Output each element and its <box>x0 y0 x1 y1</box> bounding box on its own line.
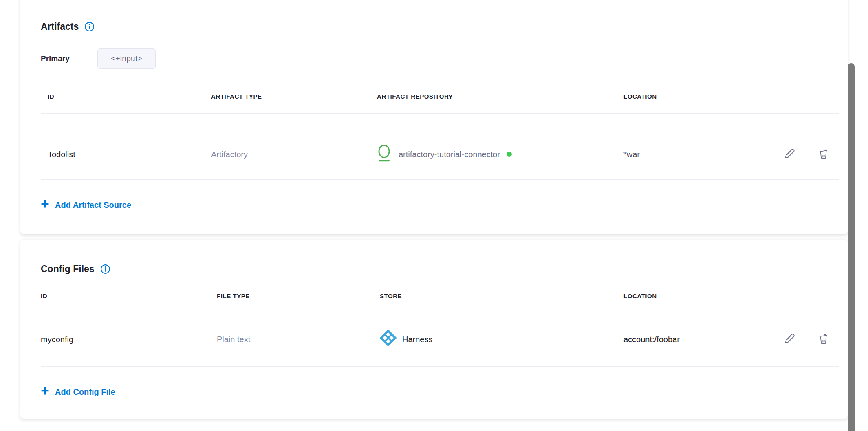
add-artifact-source-button[interactable]: Add Artifact Source <box>41 199 131 211</box>
artifact-type: Artifactory <box>211 149 377 160</box>
primary-label: Primary <box>41 54 97 63</box>
config-file-id: myconfig <box>41 334 217 345</box>
column-header-location: LOCATION <box>623 292 760 300</box>
config-files-table-header: ID FILE TYPE STORE LOCATION <box>41 292 839 312</box>
primary-artifact-row: Primary <+input> <box>41 48 839 69</box>
connector-status-dot <box>507 152 512 157</box>
artifact-repository-name: artifactory-tutorial-connector <box>399 149 500 160</box>
artifacts-table-header: ID ARTIFACT TYPE ARTIFACT REPOSITORY LOC… <box>41 92 839 114</box>
config-file-location: account:/foobar <box>623 334 760 345</box>
artifact-id: Todolist <box>48 149 211 160</box>
delete-button[interactable] <box>818 148 829 161</box>
artifacts-table: ID ARTIFACT TYPE ARTIFACT REPOSITORY LOC… <box>41 92 839 180</box>
artifactory-icon <box>377 144 391 165</box>
edit-button[interactable] <box>784 333 795 345</box>
info-icon[interactable] <box>100 264 110 274</box>
column-header-file-type: FILE TYPE <box>217 292 380 300</box>
plus-icon <box>41 200 49 210</box>
column-header-location: LOCATION <box>623 92 760 101</box>
primary-artifact-value: <+input> <box>111 54 142 63</box>
config-file-store-cell: Harness <box>380 330 623 349</box>
config-file-type: Plain text <box>217 334 380 345</box>
artifact-row-actions <box>760 148 839 161</box>
config-files-table: ID FILE TYPE STORE LOCATION myconfig Pla… <box>41 292 839 367</box>
config-files-card: Config Files ID FILE TYPE STORE LOCATION… <box>20 240 848 419</box>
pencil-icon <box>784 333 795 345</box>
config-files-heading: Config Files <box>41 263 95 275</box>
edit-button[interactable] <box>784 148 795 161</box>
primary-artifact-input[interactable]: <+input> <box>97 48 156 69</box>
trash-icon <box>818 333 829 346</box>
config-file-row-actions <box>760 333 839 346</box>
column-header-artifact-repository: ARTIFACT REPOSITORY <box>377 92 623 101</box>
add-config-file-label: Add Config File <box>55 387 115 397</box>
plus-icon <box>41 387 49 397</box>
column-header-id: ID <box>48 92 211 101</box>
config-file-row: myconfig Plain text Harness account:/foo… <box>41 312 839 367</box>
vertical-scrollbar[interactable] <box>848 63 855 431</box>
artifacts-heading-row: Artifacts <box>41 0 839 33</box>
add-artifact-source-label: Add Artifact Source <box>55 200 131 210</box>
harness-logo-icon <box>380 330 397 349</box>
column-header-artifact-type: ARTIFACT TYPE <box>211 92 377 101</box>
pencil-icon <box>784 148 795 161</box>
column-header-id: ID <box>41 292 217 300</box>
artifact-repository-cell: artifactory-tutorial-connector <box>377 144 623 165</box>
config-file-store-name: Harness <box>402 334 432 345</box>
info-icon[interactable] <box>84 22 95 32</box>
add-config-file-button[interactable]: Add Config File <box>41 386 115 398</box>
column-header-store: STORE <box>380 292 623 300</box>
artifacts-heading: Artifacts <box>41 20 79 33</box>
artifacts-card: Artifacts Primary <+input> ID ARTIFACT T… <box>20 0 848 234</box>
artifact-location: *war <box>623 149 760 160</box>
trash-icon <box>818 148 829 161</box>
artifact-row: Todolist Artifactory artifactory-tutoria… <box>41 114 839 180</box>
delete-button[interactable] <box>818 333 829 346</box>
config-files-heading-row: Config Files <box>41 240 839 275</box>
